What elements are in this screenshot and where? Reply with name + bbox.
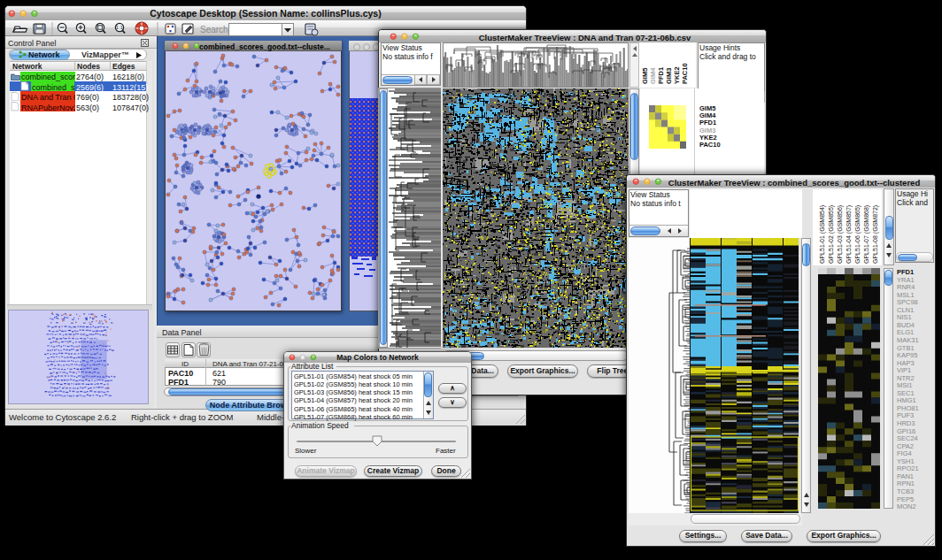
svg-text:GPL51-01 (GSM854): GPL51-01 (GSM854) — [819, 205, 826, 264]
svg-text:YKE2: YKE2 — [673, 66, 681, 84]
svg-text:GPL51-07 (GSM868): GPL51-07 (GSM868) — [863, 205, 870, 264]
svg-text:1:1: 1:1 — [116, 25, 124, 30]
svg-text:GPL51-08 (GSM872): GPL51-08 (GSM872) — [872, 205, 879, 264]
svg-text:GPL51-04 (GSM857): GPL51-04 (GSM857) — [845, 205, 853, 264]
svg-text:GPL51-03 (GSM856): GPL51-03 (GSM856) — [837, 205, 844, 264]
svg-text:GIM5: GIM5 — [641, 68, 649, 84]
svg-text:GPL51-06 (GSM865): GPL51-06 (GSM865) — [854, 205, 861, 264]
svg-text:PAC10: PAC10 — [681, 63, 689, 84]
svg-text:PFD1: PFD1 — [657, 67, 665, 84]
svg-text:GPL51-02 (GSM855): GPL51-02 (GSM855) — [828, 205, 835, 264]
svg-text:GIM4: GIM4 — [649, 67, 657, 84]
svg-text:GIM3: GIM3 — [665, 68, 673, 84]
